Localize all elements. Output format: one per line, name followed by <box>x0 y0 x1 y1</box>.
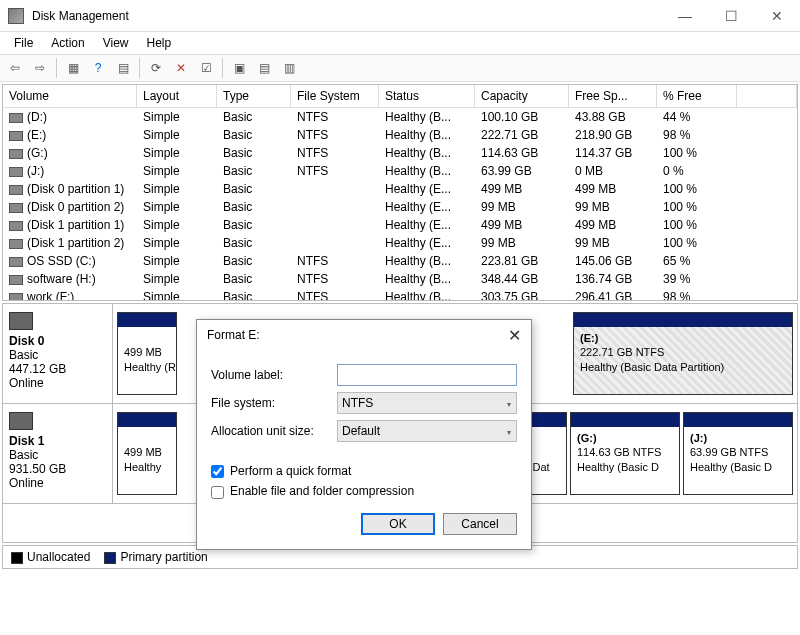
refresh-icon[interactable]: ⟳ <box>145 57 167 79</box>
partition[interactable]: (J:)63.99 GB NTFSHealthy (Basic D <box>683 412 793 495</box>
legend-unallocated: Unallocated <box>11 550 90 564</box>
volume-label-label: Volume label: <box>211 368 337 382</box>
table-row[interactable]: software (H:)SimpleBasicNTFSHealthy (B..… <box>3 270 797 288</box>
table-row[interactable]: (D:)SimpleBasicNTFSHealthy (B...100.10 G… <box>3 108 797 126</box>
volume-icon <box>9 149 23 159</box>
partition[interactable]: 499 MBHealthy <box>117 412 177 495</box>
dialog-title: Format E: <box>207 328 260 342</box>
titlebar: Disk Management — ☐ ✕ <box>0 0 800 32</box>
disk-icon <box>9 412 33 430</box>
volume-icon <box>9 239 23 249</box>
allocation-unit-label: Allocation unit size: <box>211 424 337 438</box>
table-header: Volume Layout Type File System Status Ca… <box>3 85 797 108</box>
properties-icon[interactable]: ☑ <box>195 57 217 79</box>
toolbar: ⇦ ⇨ ▦ ? ▤ ⟳ ✕ ☑ ▣ ▤ ▥ <box>0 54 800 82</box>
table-row[interactable]: (Disk 1 partition 2)SimpleBasicHealthy (… <box>3 234 797 252</box>
back-button[interactable]: ⇦ <box>4 57 26 79</box>
disk-label: Disk 1Basic931.50 GBOnline <box>3 404 113 503</box>
table-body: (D:)SimpleBasicNTFSHealthy (B...100.10 G… <box>3 108 797 300</box>
menu-action[interactable]: Action <box>43 34 92 52</box>
action2-icon[interactable]: ▤ <box>253 57 275 79</box>
delete-icon[interactable]: ✕ <box>170 57 192 79</box>
col-status[interactable]: Status <box>379 85 475 107</box>
volume-icon <box>9 221 23 231</box>
col-pct[interactable]: % Free <box>657 85 737 107</box>
col-free[interactable]: Free Sp... <box>569 85 657 107</box>
partition[interactable]: (G:)114.63 GB NTFSHealthy (Basic D <box>570 412 680 495</box>
dialog-titlebar: Format E: ✕ <box>197 320 531 350</box>
menu-help[interactable]: Help <box>139 34 180 52</box>
table-row[interactable]: (Disk 0 partition 2)SimpleBasicHealthy (… <box>3 198 797 216</box>
quick-format-checkbox[interactable] <box>211 465 224 478</box>
table-row[interactable]: OS SSD (C:)SimpleBasicNTFSHealthy (B...2… <box>3 252 797 270</box>
minimize-button[interactable]: — <box>662 0 708 31</box>
table-row[interactable]: work (F:)SimpleBasicNTFSHealthy (B...303… <box>3 288 797 300</box>
compression-checkbox[interactable] <box>211 486 224 499</box>
menu-file[interactable]: File <box>6 34 41 52</box>
close-button[interactable]: ✕ <box>754 0 800 31</box>
col-layout[interactable]: Layout <box>137 85 217 107</box>
view-icon[interactable]: ▤ <box>112 57 134 79</box>
ok-button[interactable]: OK <box>361 513 435 535</box>
app-icon <box>8 8 24 24</box>
help-icon[interactable]: ? <box>87 57 109 79</box>
col-type[interactable]: Type <box>217 85 291 107</box>
dialog-close-icon[interactable]: ✕ <box>508 326 521 345</box>
volume-icon <box>9 113 23 123</box>
forward-button[interactable]: ⇨ <box>29 57 51 79</box>
maximize-button[interactable]: ☐ <box>708 0 754 31</box>
volume-icon <box>9 293 23 300</box>
table-row[interactable]: (E:)SimpleBasicNTFSHealthy (B...222.71 G… <box>3 126 797 144</box>
quick-format-row[interactable]: Perform a quick format <box>211 464 517 478</box>
disk-icon <box>9 312 33 330</box>
legend-primary: Primary partition <box>104 550 207 564</box>
table-row[interactable]: (Disk 0 partition 1)SimpleBasicHealthy (… <box>3 180 797 198</box>
cancel-button[interactable]: Cancel <box>443 513 517 535</box>
volume-table: Volume Layout Type File System Status Ca… <box>2 84 798 301</box>
volume-icon <box>9 131 23 141</box>
action1-icon[interactable]: ▣ <box>228 57 250 79</box>
col-capacity[interactable]: Capacity <box>475 85 569 107</box>
file-system-label: File system: <box>211 396 337 410</box>
volume-icon <box>9 185 23 195</box>
show-hide-icon[interactable]: ▦ <box>62 57 84 79</box>
allocation-unit-select[interactable]: Default <box>337 420 517 442</box>
action3-icon[interactable]: ▥ <box>278 57 300 79</box>
partition[interactable]: (E:)222.71 GB NTFSHealthy (Basic Data Pa… <box>573 312 793 395</box>
window-title: Disk Management <box>32 9 662 23</box>
volume-icon <box>9 167 23 177</box>
disk-label: Disk 0Basic447.12 GBOnline <box>3 304 113 403</box>
volume-icon <box>9 257 23 267</box>
volume-icon <box>9 203 23 213</box>
volume-label-input[interactable] <box>337 364 517 386</box>
table-row[interactable]: (J:)SimpleBasicNTFSHealthy (B...63.99 GB… <box>3 162 797 180</box>
volume-icon <box>9 275 23 285</box>
menubar: File Action View Help <box>0 32 800 54</box>
format-dialog: Format E: ✕ Volume label: File system: N… <box>196 319 532 550</box>
menu-view[interactable]: View <box>95 34 137 52</box>
table-row[interactable]: (G:)SimpleBasicNTFSHealthy (B...114.63 G… <box>3 144 797 162</box>
col-fs[interactable]: File System <box>291 85 379 107</box>
col-volume[interactable]: Volume <box>3 85 137 107</box>
partition[interactable]: 499 MBHealthy (R <box>117 312 177 395</box>
table-row[interactable]: (Disk 1 partition 1)SimpleBasicHealthy (… <box>3 216 797 234</box>
compression-row[interactable]: Enable file and folder compression <box>211 484 517 498</box>
file-system-select[interactable]: NTFS <box>337 392 517 414</box>
